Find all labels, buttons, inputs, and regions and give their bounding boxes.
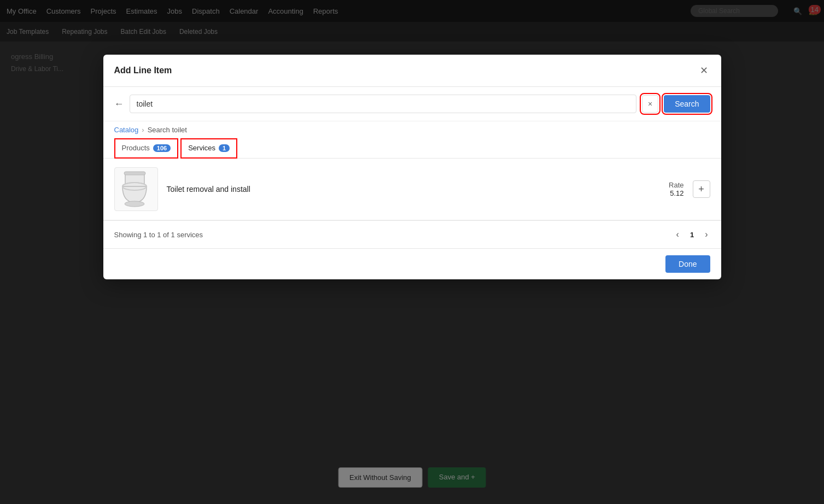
result-name: Toilet removal and install (167, 185, 661, 194)
rate-label: Rate (669, 181, 683, 189)
result-image (114, 167, 158, 211)
svg-rect-1 (124, 172, 145, 175)
rate-value: 5.12 (669, 189, 683, 197)
tabs-row: Products 106 Services 1 (103, 138, 721, 159)
pagination-footer: Showing 1 to 1 of 1 services ‹ 1 › (103, 220, 721, 248)
tab-products-badge: 106 (153, 144, 171, 152)
add-item-button[interactable]: + (693, 180, 710, 198)
toilet-image (120, 170, 153, 208)
tab-services[interactable]: Services 1 (180, 138, 237, 159)
current-page: 1 (686, 228, 698, 241)
results-area: Toilet removal and install Rate 5.12 + (103, 159, 721, 220)
breadcrumb-separator: › (142, 126, 144, 134)
svg-point-4 (125, 201, 144, 207)
result-rate-area: Rate 5.12 + (669, 180, 710, 198)
done-button[interactable]: Done (665, 255, 710, 273)
breadcrumb: Catalog › Search toilet (103, 121, 721, 138)
modal-close-button[interactable]: ✕ (698, 63, 710, 78)
tab-products-label: Products (122, 144, 150, 152)
tab-services-badge: 1 (219, 144, 230, 152)
table-row: Toilet removal and install Rate 5.12 + (103, 159, 721, 220)
search-input[interactable] (130, 95, 636, 113)
search-button[interactable]: Search (664, 95, 710, 113)
prev-page-button[interactable]: ‹ (674, 227, 681, 242)
modal-header: Add Line Item ✕ (103, 55, 721, 87)
rate-info: Rate 5.12 (669, 181, 683, 197)
clear-search-button[interactable]: × (642, 95, 658, 113)
modal-title: Add Line Item (114, 66, 172, 75)
add-line-item-modal: Add Line Item ✕ ← × Search Catalog › Sea… (103, 55, 721, 279)
result-info: Toilet removal and install (167, 185, 661, 194)
modal-backdrop: Add Line Item ✕ ← × Search Catalog › Sea… (0, 0, 824, 504)
back-arrow-icon[interactable]: ← (114, 98, 124, 110)
pagination: ‹ 1 › (674, 227, 710, 242)
tab-products[interactable]: Products 106 (114, 138, 179, 159)
showing-text: Showing 1 to 1 of 1 services (114, 231, 203, 239)
next-page-button[interactable]: › (703, 227, 710, 242)
tab-services-label: Services (188, 144, 215, 152)
breadcrumb-current: Search toilet (148, 126, 187, 134)
breadcrumb-catalog-link[interactable]: Catalog (114, 126, 139, 134)
modal-action-footer: Done (103, 248, 721, 279)
modal-body: ← × Search Catalog › Search toilet Produ… (103, 87, 721, 248)
search-row: ← × Search (103, 87, 721, 121)
